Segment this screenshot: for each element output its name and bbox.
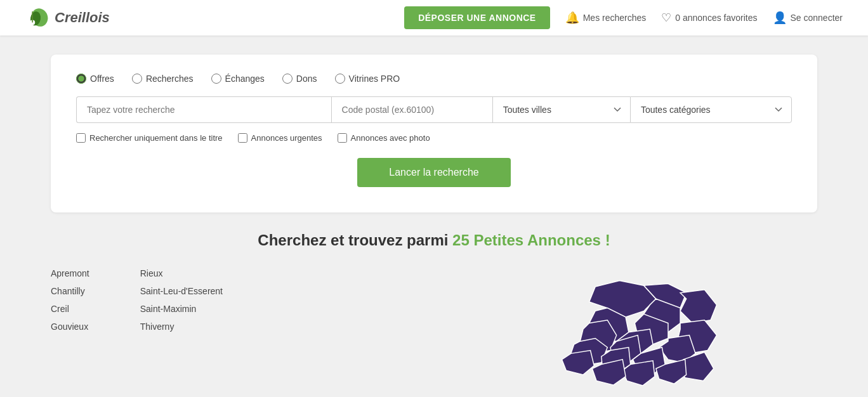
site-header: Creillois DÉPOSER UNE ANNONCE 🔔 Mes rech… [0, 0, 868, 36]
radio-recherches[interactable]: Recherches [132, 74, 194, 84]
checkbox-urgent[interactable] [238, 133, 247, 143]
villes-select[interactable]: Toutes villes [492, 96, 630, 123]
main-content: Offres Recherches Échanges Dons Vitrines… [0, 36, 868, 397]
checkbox-photo[interactable] [338, 133, 347, 143]
logo-icon [25, 6, 51, 29]
bottom-section: Apremont Chantilly Creil Gouvieux Rieux … [51, 268, 817, 397]
city-column-1: Apremont Chantilly Creil Gouvieux [51, 268, 89, 397]
city-rieux[interactable]: Rieux [140, 268, 223, 278]
cities-list: Apremont Chantilly Creil Gouvieux Rieux … [51, 268, 434, 397]
city-creil[interactable]: Creil [51, 304, 89, 314]
search-button[interactable]: Lancer la recherche [357, 158, 510, 187]
mes-recherches-link[interactable]: 🔔 Mes recherches [565, 11, 647, 25]
city-column-2: Rieux Saint-Leu-d'Esserent Saint-Maximin… [140, 268, 223, 397]
checkbox-urgent-label[interactable]: Annonces urgentes [238, 133, 322, 143]
radio-dons[interactable]: Dons [282, 74, 317, 84]
radio-vitrines[interactable]: Vitrines PRO [335, 74, 400, 84]
city-apremont[interactable]: Apremont [51, 268, 89, 278]
search-btn-row: Lancer la recherche [76, 158, 792, 187]
checkbox-photo-label[interactable]: Annonces avec photo [338, 133, 430, 143]
checkbox-row: Rechercher uniquement dans le titre Anno… [76, 133, 792, 143]
user-icon: 👤 [773, 11, 787, 25]
categories-select[interactable]: Toutes catégories [630, 96, 792, 123]
main-heading: Cherchez et trouvez parmi 25 Petites Ann… [51, 231, 817, 249]
heart-icon: ♡ [661, 11, 671, 25]
radio-group: Offres Recherches Échanges Dons Vitrines… [76, 74, 792, 84]
city-thiverny[interactable]: Thiverny [140, 322, 223, 332]
search-input[interactable] [76, 96, 331, 123]
city-chantilly[interactable]: Chantilly [51, 286, 89, 296]
header-nav: DÉPOSER UNE ANNONCE 🔔 Mes recherches ♡ 0… [404, 6, 843, 29]
svg-marker-6 [680, 290, 716, 323]
svg-marker-22 [562, 351, 595, 375]
bell-icon: 🔔 [565, 11, 579, 25]
city-gouvieux[interactable]: Gouvieux [51, 322, 89, 332]
city-saint-leu[interactable]: Saint-Leu-d'Esserent [140, 286, 223, 296]
search-box: Offres Recherches Échanges Dons Vitrines… [51, 55, 817, 212]
search-row: Toutes villes Toutes catégories [76, 96, 792, 123]
logo: Creillois [25, 6, 110, 29]
region-map [518, 275, 733, 397]
city-saint-maximin[interactable]: Saint-Maximin [140, 304, 223, 314]
favorites-link[interactable]: ♡ 0 annonces favorites [661, 11, 757, 25]
checkbox-title-label[interactable]: Rechercher uniquement dans le titre [76, 133, 223, 143]
checkbox-title[interactable] [76, 133, 86, 143]
deposer-annonce-button[interactable]: DÉPOSER UNE ANNONCE [404, 6, 550, 29]
postal-input[interactable] [331, 96, 492, 123]
radio-echanges[interactable]: Échanges [211, 74, 265, 84]
radio-offres[interactable]: Offres [76, 74, 114, 84]
map-container [434, 268, 817, 397]
logo-text: Creillois [55, 10, 110, 26]
connect-link[interactable]: 👤 Se connecter [773, 11, 843, 25]
